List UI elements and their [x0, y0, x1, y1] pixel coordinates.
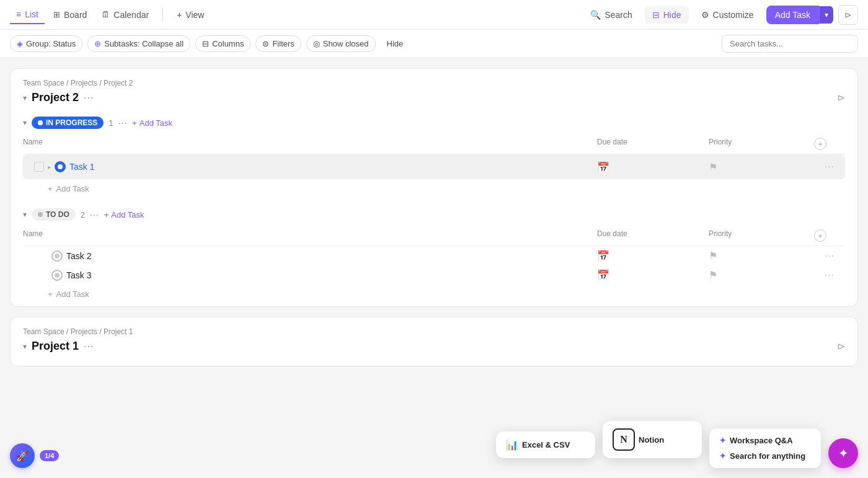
- search-button[interactable]: 🔍 Search: [583, 6, 639, 24]
- add-task-button[interactable]: Add Task ▾: [766, 6, 833, 24]
- nav-calendar[interactable]: 🗓 Calendar: [95, 6, 155, 24]
- breadcrumb-2: Team Space / Projects / Project 2: [23, 79, 845, 87]
- col-header-name-2: Name: [23, 229, 591, 242]
- col-header-add-2: +: [814, 229, 845, 242]
- project-more-btn-1[interactable]: ···: [84, 341, 94, 352]
- task-more-1[interactable]: ···: [814, 161, 845, 172]
- task-status-1: [55, 161, 66, 172]
- inprogress-more-btn[interactable]: ···: [118, 118, 128, 128]
- todo-more-btn[interactable]: ···: [90, 210, 99, 219]
- list-icon: ≡: [16, 9, 21, 19]
- add-task-dropdown-arrow[interactable]: ▾: [819, 6, 833, 24]
- flag-icon-3: ⚑: [709, 269, 717, 281]
- columns-icon: ⊟: [202, 39, 209, 48]
- todo-add-task-btn[interactable]: + Add Task: [104, 210, 144, 219]
- add-column-btn-1[interactable]: +: [814, 138, 826, 150]
- task-add-btn-1[interactable]: +: [103, 158, 120, 175]
- inprogress-col-headers: Name Due date Priority +: [23, 134, 845, 154]
- calendar-icon-3: 📅: [597, 269, 609, 281]
- task-expand-1[interactable]: ▸: [48, 164, 51, 170]
- task-name-text-2: Task 2: [66, 251, 91, 261]
- filters-button[interactable]: ⊜ Filters: [255, 35, 301, 52]
- task-priority-3: ⚑: [702, 269, 814, 281]
- panel-icon: ⊳: [844, 10, 852, 20]
- task-row-2[interactable]: ⠿ Task 2 📅 ⚑ ···: [23, 246, 845, 265]
- subtasks-icon: ⊕: [94, 39, 101, 48]
- task-due-1: 📅: [591, 161, 702, 173]
- project-collapse-btn-1[interactable]: ▾: [23, 342, 27, 351]
- todo-count: 2: [81, 210, 85, 219]
- task-status-3: [51, 270, 63, 281]
- customize-button[interactable]: ⚙ Customize: [694, 6, 761, 24]
- board-icon: ⊞: [53, 10, 60, 19]
- notion-popup: N Notion: [603, 421, 702, 458]
- inprogress-add-task-row[interactable]: + Add Task: [23, 179, 845, 201]
- task-tag-btn-1[interactable]: 🏷: [124, 158, 141, 175]
- panel-toggle-button[interactable]: ⊳: [838, 5, 858, 25]
- inprogress-collapse-btn[interactable]: ▾: [23, 118, 27, 127]
- nav-list[interactable]: ≡ List: [10, 6, 45, 24]
- ai-circle-btn[interactable]: 🚀: [10, 443, 35, 468]
- breadcrumb-1: Team Space / Projects / Project 1: [23, 327, 845, 336]
- task-row-1[interactable]: ⠿ ▸ Task 1 + 🏷 ✏ 📅 📅 ⚑: [23, 154, 845, 179]
- show-closed-button[interactable]: ◎ Show closed: [306, 35, 376, 52]
- task-name-cell-2: ⠿ Task 2: [23, 250, 591, 262]
- add-column-btn-2[interactable]: +: [814, 229, 826, 242]
- col-header-duedate-2: Due date: [591, 229, 702, 242]
- task-name-cell-3: ⠿ Task 3: [23, 270, 591, 281]
- task-edit-btn-1[interactable]: ✏: [145, 158, 162, 175]
- status-group-todo: ▾ TO DO 2 ··· + Add Task Name Due date P…: [11, 201, 857, 306]
- col-header-add-1: +: [814, 138, 845, 150]
- todo-add-task-row[interactable]: + Add Task: [23, 285, 845, 306]
- nav-divider: [162, 9, 163, 21]
- filter-icon: ⊜: [262, 39, 269, 48]
- workspace-qa-item[interactable]: ✦ Workspace Q&A: [719, 436, 811, 445]
- excel-icon: 📊: [506, 439, 518, 451]
- hide-button[interactable]: ⊟ Hide: [645, 6, 689, 24]
- project-panel-btn-1[interactable]: ⊳: [837, 340, 845, 352]
- project-more-btn-2[interactable]: ···: [84, 92, 94, 104]
- task-checkbox-1[interactable]: [34, 162, 44, 172]
- sparkle-fab[interactable]: ✦: [828, 438, 858, 468]
- task-name-cell-1: ⠿ ▸ Task 1 + 🏷 ✏ 📅: [23, 158, 591, 175]
- task-priority-2: ⚑: [702, 250, 814, 262]
- hide-toolbar-button[interactable]: Hide: [381, 36, 410, 51]
- nav-add-view[interactable]: + View: [170, 6, 210, 24]
- inprogress-badge: IN PROGRESS: [32, 117, 104, 129]
- main-content: Team Space / Projects / Project 2 ▾ Proj…: [0, 58, 868, 477]
- task-due-2: 📅: [591, 250, 702, 262]
- excel-csv-popup: 📊 Excel & CSV: [496, 432, 595, 458]
- search-anything-item[interactable]: ✦ Search for anything: [719, 451, 811, 461]
- task-status-2: [51, 250, 63, 262]
- ai-badge: 1/4: [40, 450, 59, 461]
- toolbar-search: [722, 35, 858, 53]
- bottom-popup-area: 📊 Excel & CSV N Notion ✦ Workspace Q&A ✦…: [496, 428, 858, 468]
- task-date-btn-1[interactable]: 📅: [166, 158, 184, 175]
- project-header-1: Team Space / Projects / Project 1 ▾ Proj…: [11, 317, 857, 358]
- project-card-2: Team Space / Projects / Project 2 ▾ Proj…: [10, 68, 858, 307]
- group-status-button[interactable]: ◈ Group: Status: [10, 35, 82, 52]
- group-icon: ◈: [17, 39, 23, 48]
- task-priority-1: ⚑: [702, 161, 814, 173]
- flag-icon-1: ⚑: [709, 161, 717, 173]
- inprogress-add-task-btn[interactable]: + Add Task: [132, 118, 172, 128]
- col-header-priority-1: Priority: [702, 138, 814, 150]
- columns-button[interactable]: ⊟ Columns: [195, 35, 250, 52]
- floating-ai-button: 🚀 1/4: [10, 443, 59, 468]
- top-navigation: ≡ List ⊞ Board 🗓 Calendar + View 🔍 Searc…: [0, 0, 868, 30]
- task-due-3: 📅: [591, 269, 702, 281]
- nav-right-actions: 🔍 Search ⊟ Hide ⚙ Customize Add Task ▾ ⊳: [583, 5, 858, 25]
- task-more-3[interactable]: ···: [814, 270, 845, 281]
- todo-collapse-btn[interactable]: ▾: [23, 210, 27, 219]
- task-row-3[interactable]: ⠿ Task 3 📅 ⚑ ···: [23, 265, 845, 285]
- todo-dot: [38, 212, 43, 217]
- subtasks-button[interactable]: ⊕ Subtasks: Collapse all: [87, 35, 190, 52]
- project-collapse-btn-2[interactable]: ▾: [23, 94, 27, 102]
- project-panel-btn-2[interactable]: ⊳: [837, 92, 845, 104]
- nav-board[interactable]: ⊞ Board: [47, 6, 93, 24]
- calendar-icon: 🗓: [102, 10, 110, 19]
- plus-icon: +: [177, 10, 182, 20]
- task-more-2[interactable]: ···: [814, 250, 845, 262]
- search-tasks-input[interactable]: [722, 35, 858, 53]
- toolbar: ◈ Group: Status ⊕ Subtasks: Collapse all…: [0, 30, 868, 58]
